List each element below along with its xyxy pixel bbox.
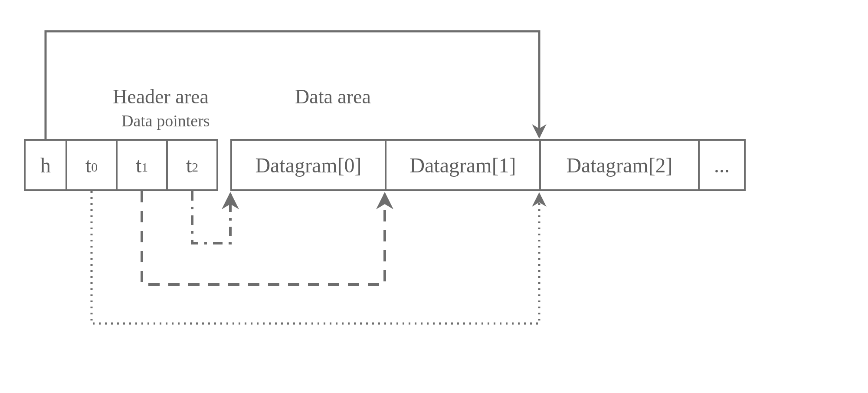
cell-datagram-1: Datagram[1] xyxy=(385,139,541,191)
cell-t0: t0 xyxy=(66,139,118,191)
pointer-arrows xyxy=(0,0,868,393)
cell-h-text: h xyxy=(40,153,51,177)
label-data-pointers: Data pointers xyxy=(121,111,210,130)
cell-t0-sub: 0 xyxy=(91,160,98,175)
cell-datagram-1-text: Datagram[1] xyxy=(409,153,516,177)
cell-t1: t1 xyxy=(116,139,168,191)
gap xyxy=(218,139,230,191)
label-data-area: Data area xyxy=(295,85,371,108)
arrow-t0 xyxy=(92,191,539,324)
cell-datagram-2: Datagram[2] xyxy=(539,139,700,191)
cell-datagram-0: Datagram[0] xyxy=(230,139,387,191)
cell-t2: t2 xyxy=(166,139,218,191)
layout-boxes: h t0 t1 t2 Datagram[0] Datagram[1] Datag… xyxy=(24,139,746,191)
cell-t1-base: t xyxy=(136,153,141,177)
cell-h: h xyxy=(24,139,67,191)
cell-t1-sub: 1 xyxy=(141,160,148,175)
cell-t2-base: t xyxy=(186,153,192,177)
cell-ellipsis: ... xyxy=(698,139,746,191)
diagram-canvas: Header area Data pointers Data area h t0… xyxy=(0,0,868,393)
label-header-area: Header area xyxy=(113,85,209,108)
cell-datagram-0-text: Datagram[0] xyxy=(255,153,361,177)
arrow-t2 xyxy=(192,191,230,243)
cell-t0-base: t xyxy=(85,153,91,177)
arrow-t1 xyxy=(142,191,385,284)
cell-t2-sub: 2 xyxy=(192,160,198,175)
cell-datagram-2-text: Datagram[2] xyxy=(566,153,672,177)
cell-ellipsis-text: ... xyxy=(714,153,730,177)
